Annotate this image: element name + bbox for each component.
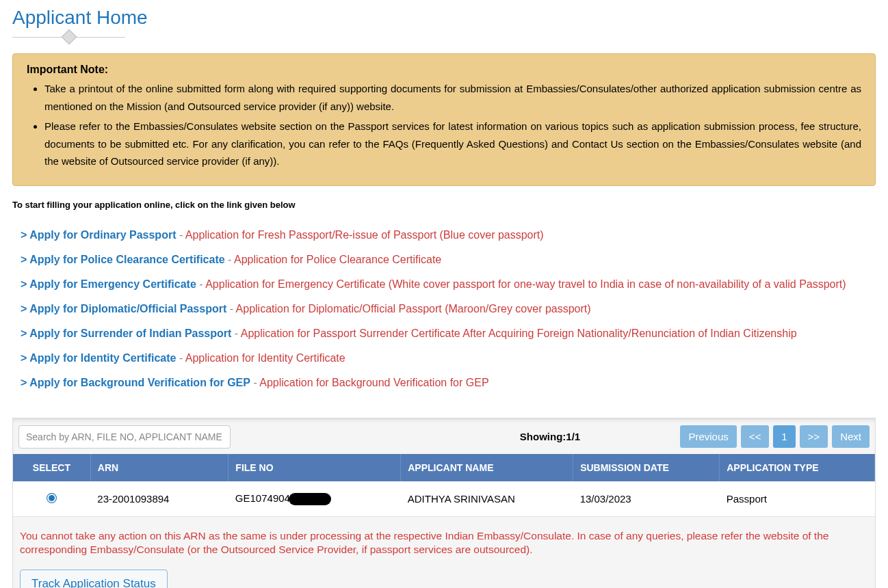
apply-desc: Application for Identity Certificate	[185, 352, 345, 364]
pager-last-button[interactable]: >>	[800, 425, 828, 448]
apply-item-identity-cert: > Apply for Identity Certificate - Appli…	[21, 352, 876, 364]
apply-desc: Application for Emergency Certificate (W…	[205, 278, 846, 290]
search-input[interactable]	[18, 425, 231, 449]
apply-link-surrender[interactable]: > Apply for Surrender of Indian Passport	[21, 328, 231, 339]
apply-desc: Application for Police Clearance Certifi…	[234, 254, 441, 265]
row-select-radio[interactable]	[47, 493, 57, 503]
apply-desc: Application for Fresh Passport/Re-issue …	[185, 229, 544, 241]
warning-message: You cannot take any action on this ARN a…	[13, 517, 875, 566]
showing-text: Showing:1/1	[520, 431, 580, 442]
apply-item-pcc: > Apply for Police Clearance Certificate…	[21, 254, 876, 266]
redacted-block	[289, 493, 331, 505]
page-title: Applicant Home	[12, 7, 876, 29]
apply-item-ordinary-passport: > Apply for Ordinary Passport - Applicat…	[21, 229, 876, 241]
pager-first-button[interactable]: <<	[741, 425, 770, 448]
col-applicant-name: APPLICANT NAME	[401, 454, 573, 481]
title-divider	[12, 31, 125, 44]
apply-link-emergency-cert[interactable]: > Apply for Emergency Certificate	[21, 278, 196, 290]
apply-desc: Application for Passport Surrender Certi…	[241, 328, 797, 339]
cell-submission-date: 13/03/2023	[573, 481, 720, 517]
pager: Previous << 1 >> Next	[680, 425, 870, 448]
pager-next-button[interactable]: Next	[832, 425, 870, 448]
apply-item-surrender: > Apply for Surrender of Indian Passport…	[21, 328, 876, 340]
applications-table: SELECT ARN FILE NO APPLICANT NAME SUBMIS…	[13, 454, 875, 517]
cell-application-type: Passport	[720, 481, 875, 517]
note-bullet: Please refer to the Embassies/Consulates…	[44, 118, 861, 170]
instruction-text: To start filling your application online…	[12, 200, 876, 210]
note-heading: Important Note:	[27, 64, 861, 76]
pager-previous-button[interactable]: Previous	[680, 425, 736, 448]
col-application-type: APPLICATION TYPE	[720, 454, 875, 481]
apply-item-emergency-cert: > Apply for Emergency Certificate - Appl…	[21, 278, 876, 291]
apply-link-gep[interactable]: > Apply for Background Verification for …	[21, 377, 250, 388]
cell-file-no: GE1074904	[228, 481, 401, 517]
apply-item-diplomatic: > Apply for Diplomatic/Official Passport…	[21, 303, 876, 315]
apply-desc: Application for Background Verification …	[259, 377, 488, 388]
important-note-box: Important Note: Take a printout of the o…	[12, 53, 876, 186]
apply-link-diplomatic[interactable]: > Apply for Diplomatic/Official Passport	[21, 303, 226, 315]
col-arn: ARN	[90, 454, 228, 481]
cell-applicant-name: ADITHYA SRINIVASAN	[401, 481, 573, 517]
apply-item-gep: > Apply for Background Verification for …	[21, 377, 876, 389]
table-row: 23-2001093894 GE1074904 ADITHYA SRINIVAS…	[13, 481, 875, 517]
apply-link-identity-cert[interactable]: > Apply for Identity Certificate	[21, 352, 176, 364]
table-toolbar: Showing:1/1 Previous << 1 >> Next	[13, 425, 875, 454]
track-application-status-button[interactable]: Track Application Status	[20, 570, 168, 588]
cell-arn: 23-2001093894	[90, 481, 228, 517]
col-submission-date: SUBMISSION DATE	[573, 454, 720, 481]
apply-desc: Application for Diplomatic/Official Pass…	[236, 303, 591, 315]
pager-page-button[interactable]: 1	[773, 425, 795, 448]
apply-link-list: > Apply for Ordinary Passport - Applicat…	[12, 229, 876, 389]
apply-link-pcc[interactable]: > Apply for Police Clearance Certificate	[21, 254, 225, 265]
apply-link-ordinary-passport[interactable]: > Apply for Ordinary Passport	[21, 229, 176, 241]
applications-table-section: Showing:1/1 Previous << 1 >> Next SELECT…	[12, 418, 876, 589]
note-bullet: Take a printout of the online submitted …	[44, 80, 861, 115]
col-file-no: FILE NO	[228, 454, 401, 481]
col-select: SELECT	[13, 454, 90, 481]
